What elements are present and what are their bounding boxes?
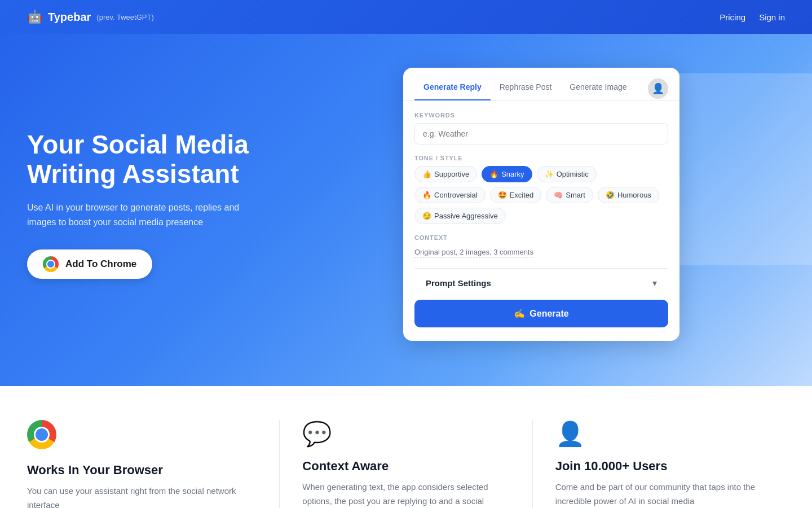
widget-tabs: Generate Reply Rephrase Post Generate Im… [403, 68, 679, 100]
tone-label: TONE / STYLE [414, 155, 668, 161]
logo-sub: (prev. TweetGPT) [96, 13, 153, 21]
keywords-label: KEYWORDS [414, 112, 668, 119]
tone-chips: 👍 Supportive 🔥 Snarky ✨ Optimistic 🔥 Con… [414, 166, 668, 224]
context-label: CONTEXT [414, 234, 668, 241]
logo-text: Typebar [48, 11, 91, 24]
chat-feature-icon: 💬 [302, 420, 509, 448]
add-to-chrome-label: Add To Chrome [65, 259, 136, 270]
tone-supportive[interactable]: 👍 Supportive [414, 166, 477, 182]
hero-content: Your Social Media Writing Assistant Use … [27, 130, 298, 279]
widget-card: Generate Reply Rephrase Post Generate Im… [403, 68, 679, 341]
avatar: 👤 [648, 78, 668, 99]
generate-label: Generate [529, 309, 568, 319]
keywords-input[interactable] [414, 123, 668, 144]
tab-generate-reply[interactable]: Generate Reply [414, 77, 491, 100]
logo: 🤖 Typebar (prev. TweetGPT) [27, 10, 154, 24]
prompt-settings-label: Prompt Settings [426, 278, 491, 288]
hero-section: Your Social Media Writing Assistant Use … [0, 34, 812, 386]
feature-context: 💬 Context Aware When generating text, th… [280, 420, 532, 508]
tone-humorous[interactable]: 🤣 Humorous [598, 187, 659, 203]
pricing-link[interactable]: Pricing [720, 12, 745, 22]
feature-browser: Works In Your Browser You can use your a… [27, 420, 279, 508]
feature-context-desc: When generating text, the app considers … [302, 480, 509, 508]
hero-description: Use AI in your browser to generate posts… [27, 200, 253, 229]
tone-controversial[interactable]: 🔥 Controversial [414, 187, 486, 203]
context-section: CONTEXT Original post, 2 images, 3 comme… [414, 234, 668, 258]
logo-icon: 🤖 [27, 10, 42, 24]
add-to-chrome-button[interactable]: Add To Chrome [27, 249, 152, 279]
tabs-left: Generate Reply Rephrase Post Generate Im… [414, 77, 636, 100]
prompt-settings-row[interactable]: Prompt Settings ▾ [414, 278, 668, 288]
widget-area: Generate Reply Rephrase Post Generate Im… [298, 68, 785, 341]
feature-browser-title: Works In Your Browser [27, 463, 257, 478]
tab-rephrase-post[interactable]: Rephrase Post [491, 77, 561, 100]
tone-passive-aggressive[interactable]: 😏 Passive Aggressive [414, 208, 506, 224]
tab-generate-image[interactable]: Generate Image [561, 77, 636, 100]
tone-section: TONE / STYLE 👍 Supportive 🔥 Snarky ✨ Opt… [414, 155, 668, 224]
navbar: 🤖 Typebar (prev. TweetGPT) Pricing Sign … [0, 0, 812, 34]
chrome-feature-icon [27, 420, 56, 449]
feature-browser-desc: You can use your assistant right from th… [27, 484, 257, 508]
feature-users: 👤 Join 10.000+ Users Come and be part of… [533, 420, 785, 508]
feature-users-desc: Come and be part of our community that t… [555, 480, 785, 508]
feature-context-title: Context Aware [302, 459, 509, 474]
chevron-down-icon: ▾ [652, 278, 657, 288]
tone-optimistic[interactable]: ✨ Optimistic [537, 166, 597, 182]
feature-users-title: Join 10.000+ Users [555, 459, 785, 474]
widget-body: KEYWORDS TONE / STYLE 👍 Supportive 🔥 Sna… [403, 100, 679, 288]
generate-icon: ✍️ [514, 308, 525, 319]
signin-link[interactable]: Sign in [759, 12, 785, 22]
generate-button[interactable]: ✍️ Generate [414, 300, 668, 327]
chrome-icon [43, 256, 59, 272]
keywords-section: KEYWORDS [414, 112, 668, 155]
features-section: Works In Your Browser You can use your a… [0, 386, 812, 508]
tone-excited[interactable]: 🤩 Excited [490, 187, 542, 203]
divider [414, 268, 668, 269]
context-value: Original post, 2 images, 3 comments [414, 248, 533, 258]
user-feature-icon: 👤 [555, 420, 785, 448]
tone-smart[interactable]: 🧠 Smart [546, 187, 593, 203]
tone-snarky[interactable]: 🔥 Snarky [482, 166, 532, 182]
hero-title: Your Social Media Writing Assistant [27, 130, 298, 190]
nav-links: Pricing Sign in [720, 12, 785, 22]
